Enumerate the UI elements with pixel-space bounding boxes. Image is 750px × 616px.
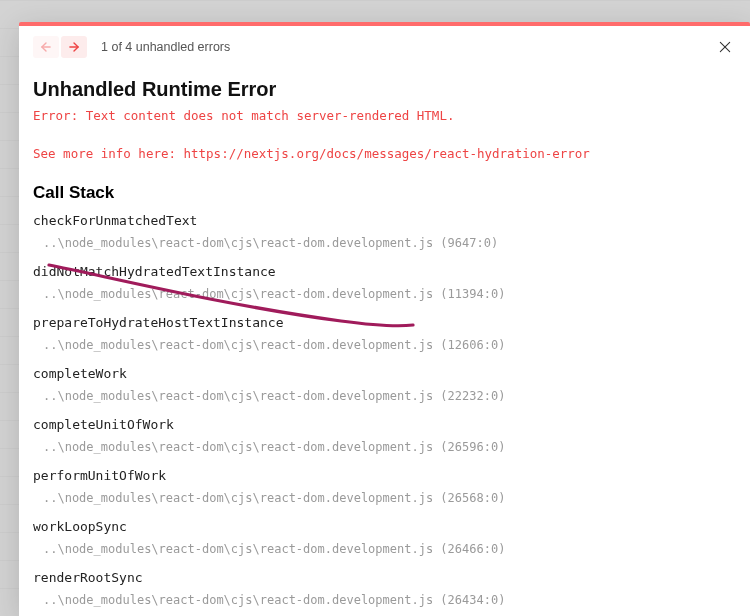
- stack-fn: performUnitOfWork: [33, 468, 736, 483]
- stack-location: ..\node_modules\react-dom\cjs\react-dom.…: [33, 440, 736, 454]
- info-link[interactable]: https://nextjs.org/docs/messages/react-h…: [184, 146, 590, 161]
- stack-location: ..\node_modules\react-dom\cjs\react-dom.…: [33, 389, 736, 403]
- stack-fn: completeUnitOfWork: [33, 417, 736, 432]
- stack-fn: completeWork: [33, 366, 736, 381]
- next-error-button[interactable]: [61, 36, 87, 58]
- error-prefix: Error:: [33, 108, 86, 123]
- stack-frame: completeWork ..\node_modules\react-dom\c…: [33, 366, 736, 403]
- stack-frame: workLoopSync ..\node_modules\react-dom\c…: [33, 519, 736, 556]
- stack-fn: didNotMatchHydratedTextInstance: [33, 264, 736, 279]
- error-counter: 1 of 4 unhandled errors: [101, 40, 230, 54]
- stack-fn: renderRootSync: [33, 570, 736, 585]
- error-message: Text content does not match server-rende…: [86, 108, 455, 123]
- error-info-line: See more info here: https://nextjs.org/d…: [33, 146, 736, 161]
- overlay-body: Unhandled Runtime Error Error: Text cont…: [19, 66, 750, 616]
- error-overlay: 1 of 4 unhandled errors Unhandled Runtim…: [19, 22, 750, 616]
- stack-frame: performUnitOfWork ..\node_modules\react-…: [33, 468, 736, 505]
- stack-location: ..\node_modules\react-dom\cjs\react-dom.…: [33, 542, 736, 556]
- stack-location: ..\node_modules\react-dom\cjs\react-dom.…: [33, 338, 736, 352]
- stack-fn: workLoopSync: [33, 519, 736, 534]
- stack-frame: didNotMatchHydratedTextInstance ..\node_…: [33, 264, 736, 301]
- stack-location: ..\node_modules\react-dom\cjs\react-dom.…: [33, 491, 736, 505]
- error-nav: [33, 36, 87, 58]
- error-message-line: Error: Text content does not match serve…: [33, 107, 736, 126]
- stack-fn: checkForUnmatchedText: [33, 213, 736, 228]
- stack-location: ..\node_modules\react-dom\cjs\react-dom.…: [33, 287, 736, 301]
- stack-frame: renderRootSync ..\node_modules\react-dom…: [33, 570, 736, 607]
- stack-location: ..\node_modules\react-dom\cjs\react-dom.…: [33, 593, 736, 607]
- stack-frame: completeUnitOfWork ..\node_modules\react…: [33, 417, 736, 454]
- info-prefix: See more info here:: [33, 146, 184, 161]
- overlay-header: 1 of 4 unhandled errors: [19, 26, 750, 66]
- prev-error-button[interactable]: [33, 36, 59, 58]
- arrow-right-icon: [67, 40, 81, 54]
- stack-frame: prepareToHydrateHostTextInstance ..\node…: [33, 315, 736, 352]
- call-stack-heading: Call Stack: [33, 183, 736, 203]
- error-title: Unhandled Runtime Error: [33, 78, 736, 101]
- stack-frame: checkForUnmatchedText ..\node_modules\re…: [33, 213, 736, 250]
- close-icon: [717, 39, 733, 55]
- arrow-left-icon: [39, 40, 53, 54]
- close-button[interactable]: [714, 36, 736, 58]
- stack-fn: prepareToHydrateHostTextInstance: [33, 315, 736, 330]
- stack-location: ..\node_modules\react-dom\cjs\react-dom.…: [33, 236, 736, 250]
